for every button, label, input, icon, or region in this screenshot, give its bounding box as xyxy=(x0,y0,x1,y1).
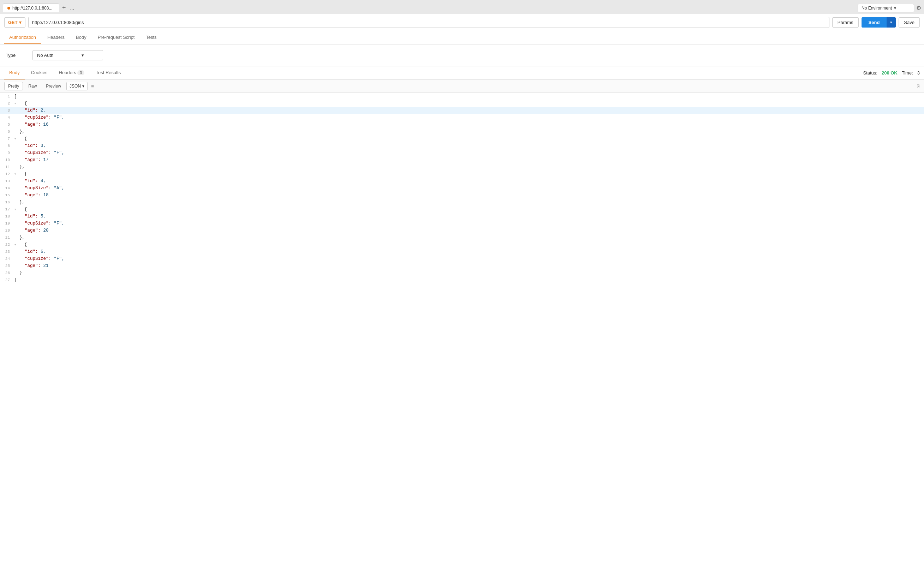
collapse-arrow[interactable]: ▾ xyxy=(14,136,19,142)
method-dropdown[interactable]: GET ▾ xyxy=(4,17,26,27)
code-line: 1[ xyxy=(0,93,924,100)
active-tab[interactable]: http://127.0.0.1:808... xyxy=(3,3,59,12)
resp-tab-body[interactable]: Body xyxy=(4,66,25,80)
auth-type-dropdown[interactable]: No Auth ▾ xyxy=(33,50,103,60)
settings-button[interactable]: ⚙ xyxy=(916,4,921,11)
code-line: 22▾ { xyxy=(0,241,924,248)
copy-icon[interactable]: ⎘ xyxy=(917,83,920,89)
line-content: ▾ { xyxy=(14,171,924,178)
code-line: 10 "age": 17 xyxy=(0,156,924,164)
code-line: 17▾ { xyxy=(0,206,924,213)
auth-type-label: Type xyxy=(6,52,27,58)
format-type-dropdown[interactable]: JSON ▾ xyxy=(66,82,87,90)
format-arrow-icon: ▾ xyxy=(82,84,84,88)
line-content: "id": 2, xyxy=(14,107,924,114)
resp-tab-headers[interactable]: Headers 3 xyxy=(54,66,90,80)
line-number: 12 xyxy=(0,171,14,178)
code-line: 13 "id": 4, xyxy=(0,178,924,184)
code-line: 15 "age": 18 xyxy=(0,192,924,199)
line-number: 4 xyxy=(0,115,14,121)
request-tabs: Authorization Headers Body Pre-request S… xyxy=(0,31,924,45)
line-number: 24 xyxy=(0,256,14,262)
line-content: "id": 5, xyxy=(14,213,924,220)
code-line: 4 "cupSize": "F", xyxy=(0,114,924,121)
status-label: Status: xyxy=(863,70,877,75)
line-content: "cupSize": "F", xyxy=(14,149,924,156)
line-content: "age": 16 xyxy=(14,121,924,128)
format-pretty[interactable]: Pretty xyxy=(4,82,23,90)
resp-tab-cookies[interactable]: Cookies xyxy=(26,66,52,80)
line-content: ] xyxy=(14,276,924,284)
resp-tab-test-results[interactable]: Test Results xyxy=(91,66,126,80)
line-number: 9 xyxy=(0,150,14,156)
line-content: ▾ { xyxy=(14,100,924,107)
tab-tests[interactable]: Tests xyxy=(141,31,161,44)
auth-arrow-icon: ▾ xyxy=(81,52,84,58)
line-number: 14 xyxy=(0,185,14,192)
send-button[interactable]: Send xyxy=(861,17,887,27)
code-line: 6 }, xyxy=(0,128,924,135)
code-line: 5 "age": 16 xyxy=(0,121,924,128)
code-line: 8 "id": 3, xyxy=(0,142,924,149)
params-button[interactable]: Params xyxy=(832,17,859,27)
line-number: 2 xyxy=(0,100,14,107)
code-line: 18 "id": 5, xyxy=(0,213,924,220)
more-tabs-button[interactable]: ... xyxy=(69,5,76,11)
collapse-arrow[interactable]: ▾ xyxy=(14,242,19,248)
line-number: 21 xyxy=(0,235,14,241)
line-number: 11 xyxy=(0,164,14,171)
line-number: 3 xyxy=(0,108,14,114)
line-content: [ xyxy=(14,93,924,100)
response-body: 1[2▾ {3 "id": 2,4 "cupSize": "F",5 "age"… xyxy=(0,93,924,558)
format-raw[interactable]: Raw xyxy=(24,82,40,90)
response-tabs: Body Cookies Headers 3 Test Results Stat… xyxy=(0,66,924,80)
collapse-arrow[interactable]: ▾ xyxy=(14,101,19,106)
line-content: "age": 17 xyxy=(14,156,924,164)
collapse-arrow[interactable]: ▾ xyxy=(14,172,19,177)
tab-headers[interactable]: Headers xyxy=(42,31,69,44)
line-number: 1 xyxy=(0,93,14,100)
line-content: }, xyxy=(14,234,924,241)
tab-body[interactable]: Body xyxy=(71,31,92,44)
line-content: "age": 21 xyxy=(14,262,924,269)
line-number: 17 xyxy=(0,207,14,213)
line-content: ▾ { xyxy=(14,206,924,213)
code-line: 23 "id": 6, xyxy=(0,248,924,255)
line-number: 6 xyxy=(0,129,14,135)
code-line: 12▾ { xyxy=(0,171,924,178)
line-number: 23 xyxy=(0,249,14,255)
filter-icon[interactable]: ≡ xyxy=(89,82,96,90)
collapse-arrow[interactable]: ▾ xyxy=(14,207,19,213)
auth-section: Type No Auth ▾ xyxy=(0,45,924,66)
tab-pre-request-script[interactable]: Pre-request Script xyxy=(93,31,140,44)
code-line: 19 "cupSize": "F", xyxy=(0,220,924,227)
send-dropdown-button[interactable]: ▾ xyxy=(886,17,896,27)
line-content: "cupSize": "F", xyxy=(14,220,924,227)
line-number: 10 xyxy=(0,157,14,164)
line-content: "cupSize": "A", xyxy=(14,184,924,192)
time-value: 3 xyxy=(917,70,920,75)
add-tab-button[interactable]: + xyxy=(59,4,69,12)
save-button[interactable]: Save xyxy=(898,17,920,27)
env-selector: No Environment ▾ ⚙ xyxy=(858,4,921,12)
code-line: 11 }, xyxy=(0,164,924,171)
url-input[interactable] xyxy=(28,17,830,28)
line-number: 22 xyxy=(0,242,14,248)
line-number: 20 xyxy=(0,228,14,234)
code-line: 25 "age": 21 xyxy=(0,262,924,269)
format-preview[interactable]: Preview xyxy=(42,82,65,90)
line-number: 25 xyxy=(0,263,14,269)
code-line: 9 "cupSize": "F", xyxy=(0,149,924,156)
response-status: Status: 200 OK Time: 3 xyxy=(863,70,920,75)
code-line: 24 "cupSize": "F", xyxy=(0,255,924,262)
code-line: 27] xyxy=(0,276,924,284)
line-content: }, xyxy=(14,164,924,171)
line-number: 16 xyxy=(0,200,14,206)
tab-authorization[interactable]: Authorization xyxy=(4,31,41,44)
method-label: GET xyxy=(8,20,18,25)
format-type-label: JSON xyxy=(69,84,81,88)
url-bar: GET ▾ Params Send ▾ Save xyxy=(0,14,924,31)
line-content: } xyxy=(14,269,924,276)
line-number: 15 xyxy=(0,192,14,199)
environment-dropdown[interactable]: No Environment ▾ xyxy=(858,4,914,12)
